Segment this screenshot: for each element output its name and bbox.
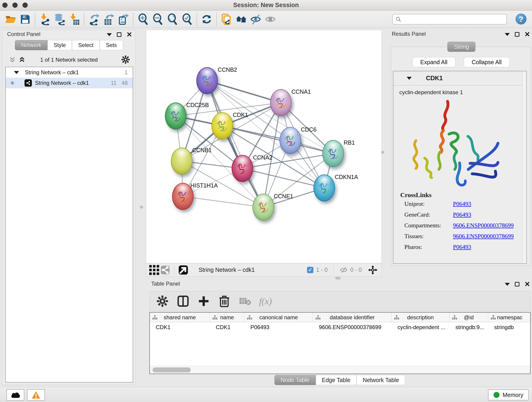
network-options-gear-icon[interactable] [121, 55, 130, 65]
column-header--id[interactable]: @id [450, 313, 488, 322]
gene-description: cyclin-dependent kinase 1 [399, 89, 526, 96]
gene-expander-icon[interactable] [407, 77, 412, 80]
column-header-canonical-name[interactable]: canonical name [244, 313, 313, 322]
collapse-panel-icon[interactable] [505, 283, 510, 286]
tab-sets[interactable]: Sets [100, 40, 123, 50]
collapse-all-button[interactable]: Collapse All [464, 57, 510, 67]
open-in-new-window-icon[interactable] [177, 263, 189, 277]
column-header-name[interactable]: name [210, 313, 244, 322]
crosslink-link[interactable]: P06493 [453, 201, 471, 207]
network-node-ccna1[interactable] [270, 89, 292, 116]
collapse-panel-icon[interactable] [107, 33, 112, 36]
show-columns-button[interactable] [177, 294, 190, 308]
selected-checkbox-icon[interactable]: ✓ [307, 267, 313, 273]
scrollbar-thumb[interactable] [152, 367, 191, 372]
tab-style[interactable]: Style [47, 40, 72, 50]
column-header-description[interactable]: description [392, 313, 450, 322]
float-panel-icon[interactable] [515, 32, 519, 37]
network-canvas[interactable]: CCNB2CCNA1CDC25BCDK1CDC6RB1CCNB1CCNA2CDK… [146, 30, 382, 263]
network-node-cdk1[interactable] [211, 112, 233, 139]
tab-network-table[interactable]: Network Table [356, 375, 405, 385]
tab-select[interactable]: Select [72, 40, 100, 50]
right-splitter-handle[interactable] [381, 151, 384, 154]
table-cell[interactable]: stringdb [488, 322, 532, 332]
node-label-cdk1: CDK1 [233, 112, 248, 118]
column-header-shared-name[interactable]: shared name [150, 313, 210, 322]
crosslink-label: Compartments: [404, 222, 453, 229]
table-row[interactable]: CDK1CDK1P064939606.ENSP00000378699cyclin… [150, 322, 530, 332]
export-image-button[interactable] [116, 12, 131, 26]
close-panel-icon[interactable]: ✕ [525, 282, 530, 287]
home-view-button[interactable] [234, 12, 248, 26]
crosslink-link[interactable]: 9606.ENSP00000378699 [453, 222, 514, 229]
function-builder-button[interactable]: f(x) [259, 296, 272, 307]
collection-expander-icon[interactable] [14, 71, 19, 74]
network-node-rb1[interactable] [322, 140, 344, 167]
table-cell[interactable]: P06493 [244, 322, 313, 332]
zoom-out-button[interactable] [150, 12, 165, 26]
column-header-label: canonical name [259, 314, 298, 321]
crosslink-link[interactable]: P06493 [453, 211, 471, 218]
warnings-button[interactable] [27, 389, 45, 401]
network-node-ccna2[interactable] [232, 155, 253, 182]
table-hscrollbar[interactable] [150, 366, 530, 374]
close-panel-icon[interactable]: ✕ [525, 32, 530, 37]
birdseye-grid-icon[interactable] [149, 263, 159, 277]
import-network-from-database-button[interactable] [52, 12, 67, 26]
hidden-eye-icon [340, 267, 348, 274]
column-header-namespac[interactable]: namespac [488, 313, 532, 322]
table-cell[interactable]: stringdb:9... [450, 322, 488, 332]
delete-column-button[interactable] [218, 294, 231, 308]
hide-selected-button[interactable] [248, 12, 263, 26]
delete-table-button[interactable] [239, 294, 251, 308]
network-node-cdc6[interactable] [279, 127, 301, 154]
table-cell[interactable]: CDK1 [150, 322, 210, 332]
network-node-cdkn1a[interactable] [313, 174, 335, 201]
expand-all-button[interactable]: Expand All [412, 57, 456, 67]
search-input[interactable] [403, 16, 504, 22]
fit-selection-crosshair-icon[interactable] [368, 265, 378, 275]
show-all-button[interactable] [263, 12, 278, 26]
zoom-selected-button[interactable] [180, 12, 194, 26]
column-header-database-identifier[interactable]: database identifier [313, 313, 392, 322]
help-button[interactable]: ? [515, 13, 526, 25]
zoom-in-button[interactable] [136, 12, 150, 26]
tab-edge-table[interactable]: Edge Table [316, 375, 357, 385]
table-cell[interactable]: cyclin-dependent ... [392, 322, 450, 332]
left-splitter-handle[interactable] [140, 206, 143, 209]
add-column-button[interactable] [197, 294, 210, 308]
float-panel-icon[interactable] [117, 32, 121, 37]
tab-network[interactable]: Network [15, 40, 47, 50]
zoom-fit-button[interactable] [165, 12, 180, 26]
float-panel-icon[interactable] [515, 282, 519, 287]
network-collection-row[interactable]: String Network – cdk1 1 [6, 67, 133, 78]
network-row[interactable]: String Network – cdk1 11 48 [6, 78, 133, 88]
collapse-panel-icon[interactable] [505, 33, 510, 36]
network-node-ccnb2[interactable] [196, 67, 218, 94]
tab-string[interactable]: String [447, 42, 475, 52]
crosslink-link[interactable]: 9606.ENSP00000378699 [453, 233, 514, 240]
export-network-button[interactable] [87, 12, 101, 26]
close-panel-icon[interactable]: ✕ [127, 32, 132, 37]
new-network-from-selection-button[interactable] [219, 12, 234, 26]
table-cell[interactable]: 9606.ENSP00000378699 [313, 322, 392, 332]
results-scrollbar[interactable] [523, 71, 526, 263]
network-share-icon[interactable] [159, 263, 171, 277]
network-node-ccnb1[interactable] [171, 148, 192, 175]
import-network-button[interactable] [38, 12, 52, 26]
import-table-button[interactable] [67, 12, 82, 26]
open-session-button[interactable] [3, 12, 18, 26]
refresh-button[interactable] [199, 12, 214, 26]
export-network-icon [88, 13, 100, 25]
crosslink-link[interactable]: P06493 [453, 244, 471, 250]
tab-node-table[interactable]: Node Table [274, 375, 316, 385]
cloud-services-button[interactable] [6, 389, 24, 401]
table-options-button[interactable] [156, 294, 169, 308]
export-table-button[interactable] [101, 12, 116, 26]
memory-button[interactable]: Memory [488, 389, 529, 400]
column-header-label: namespac [497, 314, 523, 321]
save-session-button[interactable] [18, 12, 32, 26]
table-cell[interactable]: CDK1 [210, 322, 244, 332]
network-node-cdc25b[interactable] [165, 102, 186, 129]
network-node-ccne1[interactable] [253, 194, 274, 221]
